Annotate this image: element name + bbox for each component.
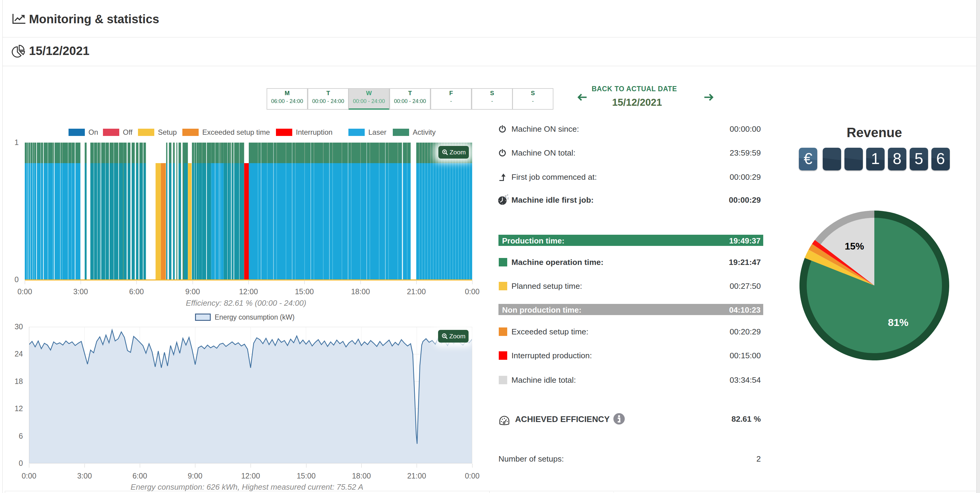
svg-text:z: z (507, 193, 508, 196)
svg-text:z: z (504, 194, 507, 199)
svg-text:z: z (507, 196, 509, 200)
